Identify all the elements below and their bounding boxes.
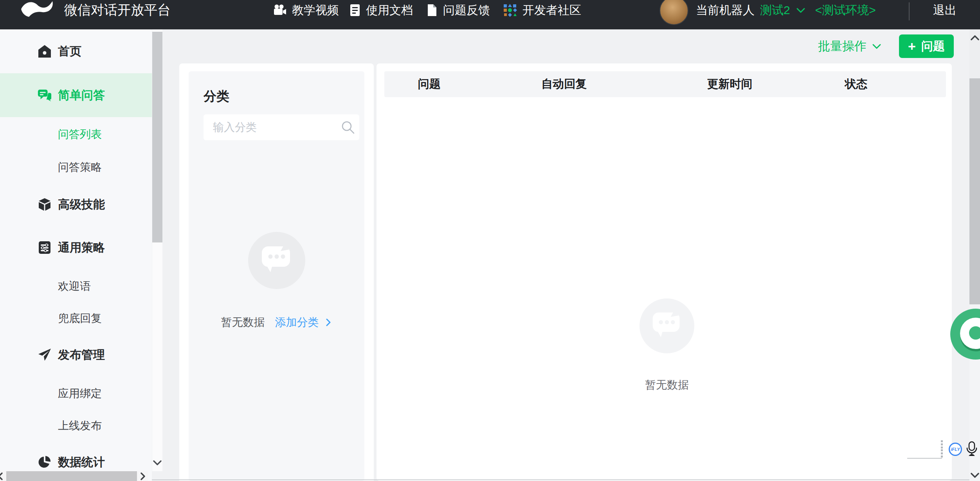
empty-state-logo-icon — [640, 298, 694, 353]
sidebar-item-label: 兜底回复 — [58, 311, 102, 326]
category-title: 分类 — [204, 88, 229, 105]
floating-assistant-dot — [969, 326, 980, 340]
chevron-down-icon — [871, 41, 882, 52]
table-header-row: 问题 自动回复 更新时间 状态 — [384, 71, 946, 97]
category-empty-state: 暂无数据 添加分类 — [189, 232, 364, 330]
sidebar-item-label: 简单问答 — [58, 87, 105, 103]
category-panel-inner: 分类 暂无数据 添加分类 — [189, 71, 364, 481]
empty-state-logo-icon — [248, 232, 305, 289]
sidebar-item-label: 问答策略 — [58, 160, 102, 175]
empty-text: 暂无数据 — [645, 378, 689, 392]
bottom-edge-line — [148, 479, 980, 480]
nav-item-feedback[interactable]: 问题反馈 — [427, 0, 490, 20]
scroll-left-arrow[interactable] — [0, 471, 4, 481]
table-empty-state: 暂无数据 — [608, 298, 726, 392]
user-avatar[interactable] — [659, 0, 688, 25]
column-header-update-time: 更新时间 — [707, 71, 753, 97]
community-grid-icon — [503, 4, 517, 17]
sidebar-item-label: 上线发布 — [58, 418, 102, 433]
sidebar-item-label: 数据统计 — [58, 454, 105, 470]
top-header: 微信对话开放平台 教学视频 使用文档 问题反馈 — [0, 0, 980, 29]
sidebar-item-advanced-skills[interactable]: 高级技能 — [0, 183, 152, 226]
chat-bubbles-icon — [38, 88, 52, 102]
current-robot-name[interactable]: 测试2 — [760, 2, 790, 18]
sidebar-item-go-live[interactable]: 上线发布 — [0, 411, 152, 441]
column-header-question: 问题 — [418, 71, 441, 97]
empty-text: 暂无数据 — [221, 315, 265, 330]
brand: 微信对话开放平台 — [20, 0, 171, 20]
floating-assistant-button[interactable] — [950, 309, 980, 360]
batch-actions-dropdown[interactable]: 批量操作 — [818, 34, 882, 58]
sidebar-item-welcome-message[interactable]: 欢迎语 — [0, 269, 152, 304]
sidebar-item-label: 欢迎语 — [58, 279, 91, 294]
sidebar-item-label: 通用策略 — [58, 240, 105, 256]
column-header-auto-reply: 自动回复 — [541, 71, 587, 97]
nav-item-label: 使用文档 — [366, 2, 413, 18]
search-icon[interactable] — [340, 120, 355, 135]
chevron-right-icon[interactable] — [324, 318, 332, 326]
add-question-button[interactable]: + 问题 — [899, 34, 954, 58]
chevron-down-icon[interactable] — [796, 5, 806, 15]
sidebar-scrollbar[interactable] — [152, 29, 162, 471]
nav-item-teaching-videos[interactable]: 教学视频 — [273, 0, 339, 20]
sidebar-item-qa-strategy[interactable]: 问答策略 — [0, 152, 152, 183]
scroll-down-arrow[interactable] — [969, 469, 980, 481]
platform-logo-icon — [20, 0, 54, 20]
add-category-link[interactable]: 添加分类 — [275, 315, 319, 330]
sliders-icon — [38, 240, 52, 255]
nav-item-label: 教学视频 — [292, 2, 339, 18]
category-search-input[interactable] — [204, 114, 359, 140]
qa-table-panel: 问题 自动回复 更新时间 状态 暂无数据 — [377, 63, 952, 481]
home-icon — [38, 44, 52, 58]
sidebar-scroll-down-arrow[interactable] — [152, 457, 162, 469]
sidebar-item-label: 问答列表 — [58, 127, 102, 142]
main-scrollbar[interactable] — [969, 29, 980, 481]
ifly-toolbar-divider — [907, 458, 942, 459]
video-camera-icon — [273, 4, 286, 16]
sidebar-item-label: 首页 — [58, 43, 81, 60]
sidebar-item-publish-management[interactable]: 发布管理 — [0, 333, 152, 376]
document-icon — [349, 4, 360, 16]
scroll-up-arrow[interactable] — [969, 31, 980, 44]
sidebar-item-general-strategy[interactable]: 通用策略 — [0, 226, 152, 269]
main-scrollbar-thumb[interactable] — [969, 78, 980, 304]
plus-icon: + — [908, 40, 916, 53]
sidebar-nav: 首页 简单问答 问答列表 问答策略 高级技能 — [0, 29, 152, 481]
wechat-dialog-platform-page: 微信对话开放平台 教学视频 使用文档 问题反馈 — [0, 0, 980, 481]
environment-badge: <测试环境> — [815, 2, 876, 18]
batch-actions-label: 批量操作 — [818, 38, 867, 54]
sidebar-item-label: 应用绑定 — [58, 386, 102, 401]
nav-item-label: 开发者社区 — [522, 2, 581, 18]
nav-item-documentation[interactable]: 使用文档 — [349, 0, 413, 20]
add-question-label: 问题 — [921, 38, 945, 54]
horizontal-scrollbar-thumb[interactable] — [6, 471, 137, 481]
sidebar-item-home[interactable]: 首页 — [0, 29, 152, 73]
nav-item-developer-community[interactable]: 开发者社区 — [503, 0, 581, 20]
feedback-page-icon — [427, 4, 438, 16]
microphone-icon[interactable] — [965, 441, 978, 459]
app-title: 微信对话开放平台 — [64, 1, 171, 19]
ifly-logo-button[interactable]: iFLY — [949, 443, 962, 456]
sidebar-item-qa-list[interactable]: 问答列表 — [0, 117, 152, 152]
sidebar-item-fallback-reply[interactable]: 兜底回复 — [0, 304, 152, 333]
sidebar-item-simple-qa[interactable]: 简单问答 — [0, 73, 152, 117]
scroll-right-arrow[interactable] — [139, 471, 146, 481]
sidebar-horizontal-scrollbar[interactable] — [0, 471, 148, 481]
logout-button[interactable]: 退出 — [933, 0, 957, 20]
nav-item-label: 问题反馈 — [443, 2, 490, 18]
pie-chart-icon — [38, 455, 52, 469]
paper-plane-icon — [38, 348, 52, 362]
column-header-status: 状态 — [845, 71, 867, 97]
current-robot-label: 当前机器人 — [696, 2, 755, 18]
sidebar-item-label: 发布管理 — [58, 347, 105, 363]
sidebar-item-label: 高级技能 — [58, 197, 105, 213]
sidebar-item-app-binding[interactable]: 应用绑定 — [0, 376, 152, 411]
robot-selector[interactable]: 当前机器人 测试2 <测试环境> — [696, 0, 876, 20]
drag-handle-icon[interactable] — [941, 440, 943, 457]
header-divider — [909, 2, 910, 20]
category-panel: 分类 暂无数据 添加分类 — [179, 63, 374, 481]
sidebar-scrollbar-thumb[interactable] — [152, 32, 162, 242]
cube-icon — [38, 197, 52, 212]
